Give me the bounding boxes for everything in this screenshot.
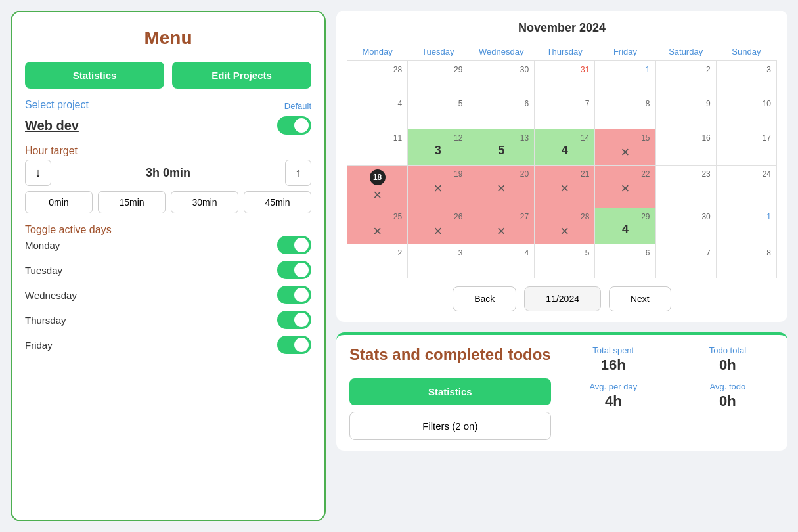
cell-value: 4 bbox=[598, 223, 652, 236]
cell-number: 7 bbox=[659, 248, 713, 257]
calendar-cell[interactable]: 27× bbox=[468, 208, 535, 244]
next-button[interactable]: Next bbox=[609, 286, 671, 311]
stats-filters-button[interactable]: Filters (2 on) bbox=[349, 412, 551, 440]
calendar-cell[interactable]: 1 bbox=[716, 208, 776, 244]
right-panel: November 2024 Monday Tuesday Wednesday T… bbox=[336, 11, 787, 521]
stats-statistics-button[interactable]: Statistics bbox=[349, 378, 551, 405]
calendar-cell[interactable]: 6 bbox=[595, 244, 655, 278]
cell-number: 26 bbox=[410, 212, 465, 221]
calendar-body: 28293031123456789101112313514415×161718×… bbox=[347, 61, 777, 278]
calendar-cell[interactable]: 29 bbox=[408, 61, 468, 95]
calendar-cell[interactable]: 17 bbox=[716, 129, 776, 166]
calendar-cell[interactable]: 8 bbox=[716, 244, 776, 278]
calendar-cell[interactable]: 23 bbox=[655, 166, 716, 208]
calendar-cell[interactable]: 135 bbox=[468, 129, 535, 166]
toggle-wednesday[interactable] bbox=[277, 286, 311, 304]
calendar-cell[interactable]: 4 bbox=[347, 95, 408, 129]
stats-right: Total spent 16h Todo total 0h Avg. per d… bbox=[567, 345, 774, 410]
calendar-cell[interactable]: 2 bbox=[347, 244, 408, 278]
calendar-row: 1112313514415×1617 bbox=[347, 129, 777, 166]
todo-total-item: Todo total 0h bbox=[681, 345, 774, 374]
cell-number: 13 bbox=[471, 133, 531, 143]
calendar-cell[interactable]: 3 bbox=[716, 61, 776, 95]
day-row-monday: Monday bbox=[25, 236, 311, 254]
avg-per-day-item: Avg. per day 4h bbox=[567, 382, 660, 410]
calendar-cell[interactable]: 30 bbox=[468, 61, 535, 95]
calendar-cell[interactable]: 5 bbox=[535, 244, 595, 278]
header-sunday: Sunday bbox=[716, 43, 776, 61]
calendar-cell[interactable]: 144 bbox=[535, 129, 595, 166]
calendar-cell[interactable]: 31 bbox=[535, 61, 595, 95]
increase-hour-button[interactable]: ↑ bbox=[285, 160, 311, 186]
calendar-cell[interactable]: 6 bbox=[468, 95, 535, 129]
calendar-cell[interactable]: 16 bbox=[655, 129, 716, 166]
action-buttons: Statistics Edit Projects bbox=[25, 62, 311, 89]
calendar-cell[interactable]: 26× bbox=[408, 208, 468, 244]
total-spent-label: Total spent bbox=[592, 345, 634, 355]
project-row: Web dev bbox=[25, 116, 311, 135]
calendar-cell[interactable]: 7 bbox=[655, 244, 716, 278]
statistics-button[interactable]: Statistics bbox=[25, 62, 164, 89]
calendar-cell[interactable]: 24 bbox=[716, 166, 776, 208]
calendar-row: 25×26×27×28×294301 bbox=[347, 208, 777, 244]
cell-number: 4 bbox=[350, 99, 405, 108]
min-15-button[interactable]: 15min bbox=[98, 191, 166, 213]
cell-number: 20 bbox=[471, 169, 531, 179]
toggle-friday[interactable] bbox=[277, 336, 311, 354]
calendar-cell[interactable]: 10 bbox=[716, 95, 776, 129]
avg-per-day-label: Avg. per day bbox=[589, 382, 637, 391]
cell-number: 19 bbox=[410, 169, 465, 179]
min-45-button[interactable]: 45min bbox=[244, 191, 311, 213]
header-monday: Monday bbox=[347, 43, 408, 61]
cell-number: 6 bbox=[598, 248, 652, 257]
toggle-tuesday[interactable] bbox=[277, 261, 311, 279]
cell-number: 29 bbox=[410, 65, 465, 74]
calendar-cell[interactable]: 9 bbox=[655, 95, 716, 129]
toggle-monday[interactable] bbox=[277, 236, 311, 254]
project-toggle[interactable] bbox=[277, 116, 311, 135]
calendar-cell[interactable]: 15× bbox=[595, 129, 655, 166]
cell-number: 1 bbox=[598, 65, 652, 74]
min-0-button[interactable]: 0min bbox=[25, 191, 93, 213]
calendar-cell[interactable]: 294 bbox=[595, 208, 655, 244]
avg-todo-item: Avg. todo 0h bbox=[681, 382, 774, 410]
calendar-cell[interactable]: 28× bbox=[535, 208, 595, 244]
min-30-button[interactable]: 30min bbox=[171, 191, 238, 213]
calendar-cell[interactable]: 25× bbox=[347, 208, 408, 244]
calendar-cell[interactable]: 11 bbox=[347, 129, 408, 166]
calendar-cell[interactable]: 3 bbox=[408, 244, 468, 278]
calendar-cell[interactable]: 21× bbox=[535, 166, 595, 208]
calendar-cell[interactable]: 22× bbox=[595, 166, 655, 208]
calendar-cell[interactable]: 8 bbox=[595, 95, 655, 129]
day-friday: Friday bbox=[25, 340, 53, 351]
calendar-cell[interactable]: 5 bbox=[408, 95, 468, 129]
calendar-cell[interactable]: 4 bbox=[468, 244, 535, 278]
left-panel: Menu Statistics Edit Projects Select pro… bbox=[11, 11, 326, 521]
day-row-friday: Friday bbox=[25, 336, 311, 354]
calendar-cell[interactable]: 19× bbox=[408, 166, 468, 208]
calendar-cell[interactable]: 18× bbox=[347, 166, 408, 208]
edit-projects-button[interactable]: Edit Projects bbox=[172, 62, 311, 89]
hour-target-label: Hour target bbox=[25, 145, 311, 157]
cell-value: 5 bbox=[471, 144, 531, 158]
day-row-tuesday: Tuesday bbox=[25, 261, 311, 279]
back-button[interactable]: Back bbox=[453, 286, 516, 311]
calendar-row: 45678910 bbox=[347, 95, 777, 129]
minute-buttons: 0min 15min 30min 45min bbox=[25, 191, 311, 213]
calendar-cell[interactable]: 28 bbox=[347, 61, 408, 95]
calendar-cell[interactable]: 30 bbox=[655, 208, 716, 244]
calendar-cell[interactable]: 2 bbox=[655, 61, 716, 95]
calendar-cell[interactable]: 20× bbox=[468, 166, 535, 208]
cell-number: 1 bbox=[719, 212, 774, 221]
calendar-cell[interactable]: 7 bbox=[535, 95, 595, 129]
calendar-header-row: Monday Tuesday Wednesday Thursday Friday… bbox=[347, 43, 777, 61]
avg-per-day-value: 4h bbox=[605, 393, 622, 410]
toggle-thursday[interactable] bbox=[277, 311, 311, 329]
calendar-cell[interactable]: 123 bbox=[408, 129, 468, 166]
cell-number: 3 bbox=[719, 65, 774, 74]
avg-todo-value: 0h bbox=[719, 393, 736, 410]
day-tuesday: Tuesday bbox=[25, 265, 62, 276]
decrease-hour-button[interactable]: ↓ bbox=[25, 160, 51, 186]
current-month-button[interactable]: 11/2024 bbox=[524, 286, 601, 311]
calendar-cell[interactable]: 1 bbox=[595, 61, 655, 95]
